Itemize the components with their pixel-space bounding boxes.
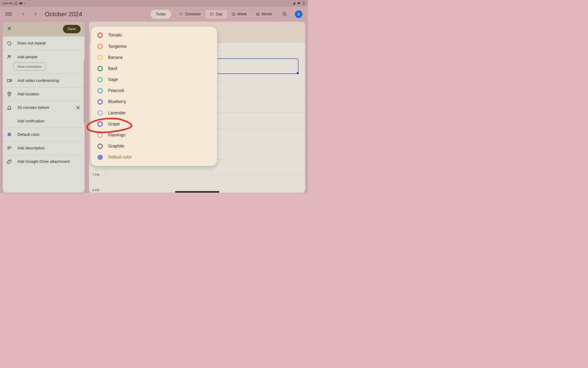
color-label: Sage <box>108 77 118 82</box>
color-label: Graphite <box>108 144 124 149</box>
color-label: Basil <box>108 66 117 71</box>
color-label: Lavender <box>108 110 126 115</box>
color-label: Flamingo <box>108 133 126 138</box>
color-option-tomato[interactable]: Tomato <box>91 30 217 41</box>
color-option-peacock[interactable]: Peacock <box>91 85 217 96</box>
color-option-flamingo[interactable]: Flamingo <box>91 129 217 140</box>
color-label: Tomato <box>108 33 122 38</box>
color-option-sage[interactable]: Sage <box>91 74 217 85</box>
color-label: Banana <box>108 55 123 60</box>
color-option-lavender[interactable]: Lavender <box>91 107 217 118</box>
color-label: Tangerine <box>108 44 126 49</box>
color-label: Grape <box>108 121 120 126</box>
color-picker-popup: Tomato Tangerine Banana Basil Sage Peaco… <box>91 27 217 166</box>
color-option-blueberry[interactable]: Blueberry <box>91 96 217 107</box>
color-option-default[interactable]: Default color <box>91 152 217 163</box>
color-option-grape[interactable]: Grape <box>91 118 217 129</box>
color-label: Peacock <box>108 88 124 93</box>
color-option-basil[interactable]: Basil <box>91 63 217 74</box>
color-option-graphite[interactable]: Graphite <box>91 141 217 152</box>
color-label: Default color <box>108 155 132 160</box>
color-option-banana[interactable]: Banana <box>91 52 217 63</box>
color-label: Blueberry <box>108 99 126 104</box>
color-option-tangerine[interactable]: Tangerine <box>91 41 217 52</box>
